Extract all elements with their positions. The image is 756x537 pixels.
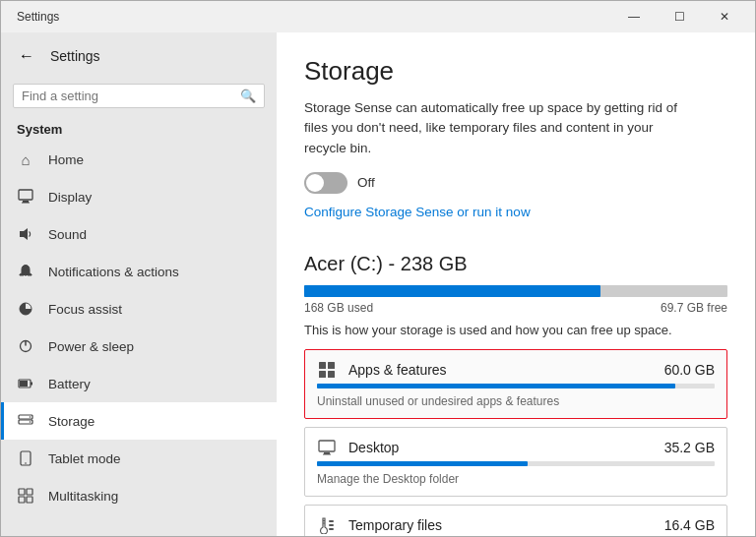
sidebar: ← Settings 🔍 System ⌂ Home Display (1, 32, 277, 536)
svg-rect-23 (319, 441, 335, 451)
sidebar-item-label: Multitasking (48, 489, 118, 504)
storage-sense-toggle[interactable] (304, 172, 347, 194)
desktop-desc: Manage the Desktop folder (317, 472, 459, 486)
storage-item-header: Desktop 35.2 GB (317, 438, 715, 457)
storage-icon (17, 412, 34, 430)
svg-marker-3 (20, 228, 28, 240)
drive-heading: Acer (C:) - 238 GB (304, 253, 727, 275)
close-button[interactable]: ✕ (702, 1, 747, 32)
free-label: 69.7 GB free (661, 301, 727, 315)
apps-bar (317, 384, 715, 388)
drive-progress-bar (304, 285, 727, 297)
svg-rect-28 (329, 520, 334, 522)
sidebar-item-label: Notifications & actions (48, 265, 179, 279)
titlebar: Settings — ☐ ✕ (1, 1, 755, 32)
temp-size: 16.4 GB (664, 517, 715, 533)
bar-description: This is how your storage is used and how… (304, 323, 727, 337)
temp-icon (317, 515, 337, 535)
sidebar-item-label: Power & sleep (48, 339, 134, 354)
svg-rect-17 (19, 497, 25, 503)
used-label: 168 GB used (304, 301, 373, 315)
search-input[interactable] (22, 89, 240, 103)
svg-rect-0 (19, 190, 32, 200)
sidebar-item-label: Battery (48, 377, 91, 391)
sidebar-header: ← Settings (1, 32, 277, 80)
multitasking-icon (17, 487, 34, 505)
storage-item-header: Apps & features 60.0 GB (317, 360, 715, 380)
svg-rect-20 (328, 362, 335, 369)
storage-item-header: Temporary files 16.4 GB (317, 515, 715, 535)
svg-rect-22 (328, 371, 335, 378)
sidebar-item-focus[interactable]: Focus assist (1, 290, 277, 328)
titlebar-controls: — ☐ ✕ (611, 1, 747, 32)
tablet-icon (17, 449, 34, 467)
svg-rect-2 (22, 203, 30, 204)
page-title: Storage (304, 56, 727, 87)
desktop-name: Desktop (348, 440, 399, 455)
svg-point-11 (30, 416, 32, 418)
toggle-row: Off (304, 172, 727, 194)
apps-icon (317, 360, 337, 380)
sidebar-item-display[interactable]: Display (1, 178, 277, 215)
bar-labels: 168 GB used 69.7 GB free (304, 301, 727, 315)
sidebar-item-label: Storage (48, 414, 94, 429)
sidebar-item-battery[interactable]: Battery (1, 365, 277, 402)
minimize-button[interactable]: — (611, 1, 657, 32)
power-icon (17, 337, 34, 355)
toggle-label: Off (357, 175, 375, 190)
svg-rect-15 (19, 489, 25, 495)
sidebar-item-label: Home (48, 152, 84, 167)
configure-link[interactable]: Configure Storage Sense or run it now (304, 205, 531, 219)
svg-rect-19 (319, 362, 326, 369)
titlebar-title: Settings (17, 10, 611, 24)
sidebar-item-notifications[interactable]: Notifications & actions (1, 253, 277, 290)
sidebar-item-label: Sound (48, 227, 87, 242)
main-description: Storage Sense can automatically free up … (304, 98, 698, 158)
sidebar-item-sound[interactable]: Sound (1, 215, 277, 253)
apps-desc: Uninstall unused or undesired apps & fea… (317, 394, 559, 408)
sidebar-item-home[interactable]: ⌂ Home (1, 141, 277, 178)
sidebar-app-title: Settings (50, 48, 100, 64)
sidebar-item-power[interactable]: Power & sleep (1, 328, 277, 365)
storage-item-desktop[interactable]: Desktop 35.2 GB Manage the Desktop folde… (304, 427, 727, 497)
display-icon (17, 188, 34, 206)
storage-item-temp[interactable]: Temporary files 16.4 GB Choose which tem… (304, 505, 727, 536)
main-content: Storage Storage Sense can automatically … (277, 32, 755, 536)
sidebar-item-label: Display (48, 190, 92, 205)
temp-name: Temporary files (348, 517, 442, 533)
svg-rect-7 (31, 383, 32, 386)
svg-rect-30 (329, 528, 334, 530)
desktop-bar (317, 461, 715, 466)
sidebar-item-tablet[interactable]: Tablet mode (1, 440, 277, 477)
home-icon: ⌂ (17, 150, 34, 168)
sidebar-item-label: Focus assist (48, 302, 122, 317)
section-label: System (1, 116, 277, 141)
notifications-icon (17, 263, 34, 280)
desktop-icon (317, 438, 337, 457)
sound-icon (17, 225, 34, 243)
apps-size: 60.0 GB (664, 362, 715, 378)
svg-rect-25 (323, 453, 331, 454)
focus-icon (17, 300, 34, 318)
drive-progress-fill (304, 285, 600, 297)
desktop-size: 35.2 GB (664, 440, 715, 455)
svg-rect-29 (329, 524, 334, 526)
svg-rect-16 (27, 489, 32, 495)
sidebar-item-label: Tablet mode (48, 451, 121, 466)
svg-rect-8 (20, 381, 28, 387)
maximize-button[interactable]: ☐ (657, 1, 702, 32)
apps-name: Apps & features (348, 362, 447, 378)
search-box[interactable]: 🔍 (13, 84, 265, 108)
storage-item-apps[interactable]: Apps & features 60.0 GB Uninstall unused… (304, 349, 727, 419)
svg-rect-21 (319, 371, 326, 378)
sidebar-item-storage[interactable]: Storage (1, 402, 277, 440)
sidebar-item-multitasking[interactable]: Multitasking (1, 477, 277, 514)
battery-icon (17, 375, 34, 392)
svg-point-12 (30, 421, 32, 423)
svg-rect-18 (27, 497, 32, 503)
svg-point-14 (25, 462, 27, 464)
back-button[interactable]: ← (13, 42, 40, 70)
search-icon: 🔍 (240, 89, 256, 103)
